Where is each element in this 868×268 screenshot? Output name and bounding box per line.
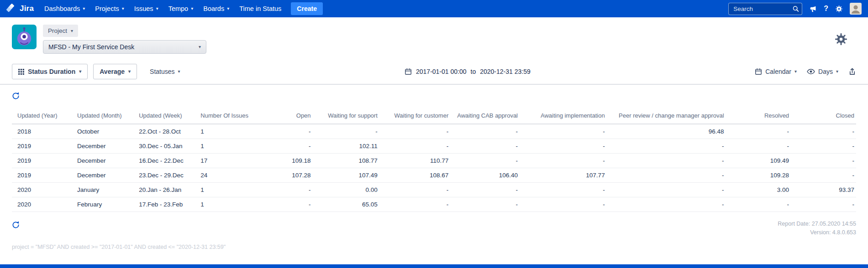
table-cell: 1 [197,139,261,154]
table-cell: - [609,168,728,183]
nav-item-time-in-status[interactable]: Time in Status [234,0,286,17]
settings-gear-icon[interactable] [835,5,843,13]
help-icon[interactable]: ? [824,5,828,13]
table-cell: February [74,197,135,212]
table-cell: - [261,139,315,154]
chevron-down-icon: ▾ [836,69,838,74]
nav-item-label: Boards [203,5,224,12]
column-header: Number Of Issues [197,108,261,124]
date-to: 2020-12-31 23:59 [480,68,531,75]
nav-item-label: Projects [95,5,119,12]
project-controls: Project ▾ MFSD - My First Service Desk ▾ [43,25,206,54]
table-cell: - [261,197,315,212]
date-range-picker[interactable]: 2017-01-01 00:00 to 2020-12-31 23:59 [180,68,755,75]
status-duration-button[interactable]: Status Duration ▾ [12,64,88,79]
export-icon [848,68,856,76]
chevron-down-icon: ▾ [83,6,85,11]
table-cell: - [521,154,609,168]
table-row: 2019December16.Dec - 22.Dec17109.18108.7… [12,154,856,168]
table-cell: - [452,183,521,197]
days-dropdown[interactable]: Days ▾ [807,68,838,75]
report-date: Report Date: 27.05.2020 14:55 [778,220,856,228]
announcement-icon[interactable] [809,5,817,13]
user-avatar[interactable] [850,3,862,15]
nav-item-label: Dashboards [44,5,80,12]
table-cell: 1 [197,183,261,197]
column-header: Updated (Month) [74,108,135,124]
jql-query-text: project = "MFSD" AND created >= "2017-01… [12,244,856,250]
table-cell: 2019 [12,168,74,183]
status-duration-label: Status Duration [28,68,75,75]
jira-logo-icon [6,4,16,14]
report-meta: Report Date: 27.05.2020 14:55 Version: 4… [778,220,856,237]
statuses-dropdown[interactable]: Statuses ▾ [150,68,180,75]
calendar-dropdown-label: Calendar [765,68,791,75]
table-cell: 16.Dec - 22.Dec [135,154,197,168]
project-header: Project ▾ MFSD - My First Service Desk ▾ [0,17,868,59]
table-cell: - [609,183,728,197]
table-cell: - [381,197,452,212]
search-icon[interactable] [792,5,799,12]
page: Jira Dashboards▾Projects▾Issues▾Tempo▾Bo… [0,0,868,268]
nav-menu: Dashboards▾Projects▾Issues▾Tempo▾Boards▾… [39,0,286,17]
average-button[interactable]: Average ▾ [93,64,137,79]
table-cell: 17.Feb - 23.Feb [135,197,197,212]
table-cell: 3.00 [728,183,793,197]
nav-item-issues[interactable]: Issues▾ [129,0,163,17]
nav-item-label: Tempo [168,5,189,12]
table-cell: 2020 [12,197,74,212]
refresh-icon [11,92,20,100]
column-header: Waiting for support [315,108,381,124]
refresh-button-top[interactable] [11,92,20,100]
report-settings-gear-icon[interactable] [834,32,848,46]
table-cell: 2018 [12,124,74,139]
main-content: Updated (Year)Updated (Month)Updated (We… [0,85,868,250]
status-duration-table: Updated (Year)Updated (Month)Updated (We… [12,108,856,212]
grid-icon [18,69,24,75]
table-cell: December [74,139,135,154]
calendar-dropdown[interactable]: Calendar ▾ [755,68,797,75]
project-select[interactable]: MFSD - My First Service Desk ▾ [43,40,206,54]
table-row: 2020January20.Jan - 26.Jan1-0.00----3.00… [12,183,856,197]
search-input[interactable] [728,3,802,15]
table-cell: 110.77 [381,154,452,168]
table-cell: - [521,197,609,212]
table-cell: - [521,183,609,197]
project-avatar-icon[interactable] [12,25,37,49]
chevron-down-icon: ▾ [199,45,201,49]
chevron-down-icon: ▾ [191,6,193,11]
project-dropdown-button[interactable]: Project ▾ [43,25,78,37]
table-row: 2019December23.Dec - 29.Dec24107.28107.4… [12,168,856,183]
nav-item-label: Issues [134,5,153,12]
table-row: 2019December30.Dec - 05.Jan1-102.11-----… [12,139,856,154]
export-button[interactable] [848,68,856,76]
chevron-down-icon: ▾ [122,6,124,11]
table-cell: - [261,183,315,197]
nav-item-projects[interactable]: Projects▾ [90,0,129,17]
table-cell: 109.49 [728,154,793,168]
nav-right: ? [728,3,862,15]
table-cell: 93.37 [793,183,856,197]
jira-logo[interactable]: Jira [6,4,34,14]
table-cell: 1 [197,197,261,212]
table-cell: - [793,197,856,212]
table-cell: - [728,197,793,212]
nav-item-dashboards[interactable]: Dashboards▾ [39,0,90,17]
table-cell: 102.11 [315,139,381,154]
nav-item-tempo[interactable]: Tempo▾ [163,0,199,17]
table-cell: 23.Dec - 29.Dec [135,168,197,183]
refresh-button-bottom[interactable] [11,221,20,229]
nav-item-boards[interactable]: Boards▾ [198,0,234,17]
nav-item-label: Time in Status [239,5,281,12]
jira-brand-text: Jira [20,4,34,13]
column-header: Peer review / change manager approval [609,108,728,124]
table-cell: - [609,154,728,168]
table-cell: - [521,139,609,154]
search-box [728,3,802,15]
date-separator: to [471,68,476,75]
chevron-down-icon: ▾ [794,69,797,74]
create-button-label: Create [297,5,317,12]
create-button[interactable]: Create [291,2,323,15]
table-cell: 65.05 [315,197,381,212]
table-header-row: Updated (Year)Updated (Month)Updated (We… [12,108,856,124]
